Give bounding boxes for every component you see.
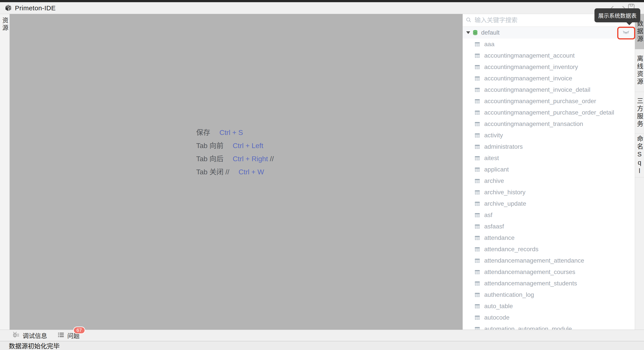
bug-icon bbox=[12, 331, 20, 340]
table-icon bbox=[474, 224, 480, 230]
shortcut-keygroup: Ctrl + S bbox=[220, 128, 243, 137]
table-row[interactable]: accountingmanagement_transaction bbox=[463, 118, 635, 130]
table-icon bbox=[474, 281, 480, 287]
list-icon bbox=[58, 332, 64, 339]
table-row[interactable]: accountingmanagement_account bbox=[463, 50, 635, 61]
table-label: accountingmanagement_inventory bbox=[484, 63, 578, 70]
status-bar: 数据源初始化完毕 bbox=[0, 341, 644, 350]
table-label: archive_update bbox=[484, 200, 526, 207]
table-icon bbox=[474, 235, 480, 241]
shortcut-hints: 保存 Ctrl + S Tab 向前 Ctrl + Left Tab 向后 Ct… bbox=[196, 128, 274, 176]
table-row[interactable]: attendancemanagement_attendance bbox=[463, 255, 635, 266]
table-label: accountingmanagement_invoice_detail bbox=[484, 86, 590, 93]
table-label: aitest bbox=[484, 155, 499, 162]
table-icon bbox=[474, 326, 480, 330]
table-label: asfaasf bbox=[484, 223, 504, 230]
table-icon bbox=[474, 75, 480, 81]
table-label: authentication_log bbox=[484, 291, 534, 298]
app-logo-icon bbox=[4, 4, 12, 12]
database-icon bbox=[472, 29, 478, 36]
shortcut-label: 保存 bbox=[196, 128, 210, 137]
table-row[interactable]: attendancemanagement_students bbox=[463, 278, 635, 289]
table-row[interactable]: automation_automation_module bbox=[463, 323, 635, 330]
shortcut-keygroup: Ctrl + Left bbox=[233, 141, 264, 150]
table-icon bbox=[474, 121, 480, 127]
debug-info-button[interactable]: 调试信息 bbox=[12, 331, 47, 340]
shortcut-row: 保存 Ctrl + S bbox=[196, 128, 274, 137]
table-label: accountingmanagement_invoice bbox=[484, 75, 572, 82]
right-rail-tab-label: 离线资源 bbox=[635, 55, 644, 86]
table-row[interactable]: attendance bbox=[463, 232, 635, 244]
search-icon bbox=[466, 17, 472, 24]
expander-down-icon[interactable] bbox=[466, 31, 470, 34]
table-label: archive bbox=[484, 177, 504, 184]
right-rail-tab-label: 数据源 bbox=[635, 20, 644, 43]
table-row[interactable]: accountingmanagement_invoice bbox=[463, 73, 635, 84]
table-row[interactable]: authentication_log bbox=[463, 289, 635, 301]
tab-resources[interactable]: 资源 bbox=[0, 17, 9, 330]
app-title: Primeton-IDE bbox=[15, 4, 56, 12]
right-rail-tab-label: 命名Sql bbox=[635, 135, 644, 176]
highlight-box bbox=[617, 27, 635, 39]
table-icon bbox=[474, 212, 480, 218]
table-icon bbox=[474, 178, 480, 184]
app-body: 资源 保存 Ctrl + S Tab 向前 Ctrl + Left Tab 向后… bbox=[0, 14, 644, 330]
table-row[interactable]: autocode bbox=[463, 312, 635, 323]
right-rail-tab[interactable]: 离线资源 bbox=[635, 49, 644, 92]
table-row[interactable]: activity bbox=[463, 130, 635, 141]
title-bar: Primeton-IDE bbox=[0, 2, 644, 14]
table-row[interactable]: accountingmanagement_purchase_order_deta… bbox=[463, 107, 635, 118]
table-label: asf bbox=[484, 212, 492, 219]
table-row[interactable]: aaa bbox=[463, 38, 635, 50]
table-icon bbox=[474, 87, 480, 93]
table-list: aaa accountingmanagement_account bbox=[463, 38, 635, 330]
table-row[interactable]: applicant bbox=[463, 164, 635, 175]
shortcut-label: Tab 关闭 // bbox=[196, 168, 229, 176]
table-label: accountingmanagement_purchase_order bbox=[484, 98, 596, 105]
table-row[interactable]: auto_table bbox=[463, 301, 635, 312]
table-row[interactable]: archive_history bbox=[463, 187, 635, 198]
shortcut-label: Tab 向前 bbox=[196, 141, 224, 150]
table-row[interactable]: aitest bbox=[463, 152, 635, 164]
shortcut-row: Tab 向前 Ctrl + Left bbox=[196, 141, 274, 150]
shortcut-keygroup: Ctrl + W bbox=[238, 168, 264, 176]
table-row[interactable]: administrators bbox=[463, 141, 635, 152]
table-row[interactable]: accountingmanagement_invoice_detail bbox=[463, 84, 635, 95]
problems-button[interactable]: 问题 67 bbox=[58, 331, 80, 340]
table-label: automation_automation_module bbox=[484, 326, 572, 330]
table-icon bbox=[474, 155, 480, 161]
right-rail-tab[interactable]: 三方服务 bbox=[635, 92, 644, 134]
problems-count-badge: 67 bbox=[74, 327, 84, 333]
editor-canvas: 保存 Ctrl + S Tab 向前 Ctrl + Left Tab 向后 Ct… bbox=[10, 14, 462, 330]
table-icon bbox=[474, 269, 480, 275]
table-row[interactable]: attendance_records bbox=[463, 244, 635, 255]
table-row[interactable]: archive_update bbox=[463, 198, 635, 209]
left-rail: 资源 bbox=[0, 14, 10, 330]
table-row[interactable]: attendancemanagement_courses bbox=[463, 266, 635, 278]
table-row[interactable]: archive bbox=[463, 175, 635, 187]
table-label: autocode bbox=[484, 314, 510, 321]
table-icon bbox=[474, 303, 480, 309]
shortcut-keys: Ctrl + Left bbox=[233, 142, 264, 150]
datasource-row[interactable]: default bbox=[463, 27, 635, 38]
table-icon bbox=[474, 201, 480, 207]
shortcut-row: Tab 关闭 // Ctrl + W bbox=[196, 168, 274, 176]
bottom-toolbar: 调试信息 问题 67 bbox=[0, 330, 644, 341]
table-icon bbox=[474, 110, 480, 116]
shortcut-label: Tab 向后 bbox=[196, 155, 224, 163]
table-label: attendancemanagement_attendance bbox=[484, 257, 584, 264]
table-row[interactable]: accountingmanagement_inventory bbox=[463, 61, 635, 73]
table-label: archive_history bbox=[484, 189, 526, 196]
table-row[interactable]: asf bbox=[463, 209, 635, 221]
table-row[interactable]: accountingmanagement_purchase_order bbox=[463, 95, 635, 107]
shortcut-keys: Ctrl + S bbox=[220, 129, 243, 136]
table-label: attendancemanagement_students bbox=[484, 280, 577, 287]
right-rail-tab[interactable]: 命名Sql bbox=[635, 134, 644, 177]
table-label: accountingmanagement_purchase_order_deta… bbox=[484, 109, 614, 116]
table-label: applicant bbox=[484, 166, 509, 173]
table-icon bbox=[474, 292, 480, 298]
shortcut-keygroup: Ctrl + Right // bbox=[233, 155, 274, 163]
table-row[interactable]: asfaasf bbox=[463, 221, 635, 232]
right-rail-tab-label: 三方服务 bbox=[635, 97, 644, 128]
table-label: attendance bbox=[484, 234, 515, 241]
